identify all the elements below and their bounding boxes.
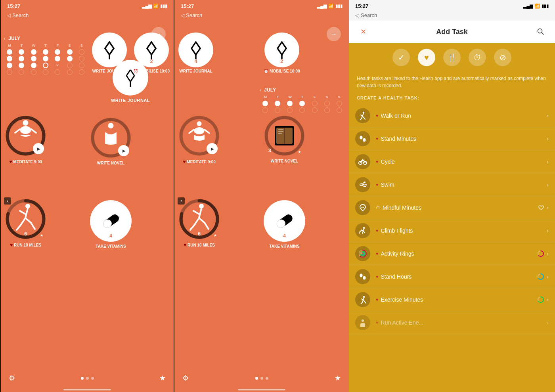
partial-icon-wrap	[355, 315, 370, 330]
exercise-min-chevron: ›	[547, 296, 549, 303]
dot-indicators-2	[255, 377, 268, 380]
search-bar-1[interactable]: ◁ Search	[1, 11, 174, 21]
right-back-chevron: ◁	[355, 12, 359, 18]
exercise-icon	[358, 295, 367, 304]
svg-line-111	[361, 302, 362, 304]
play-btn-novel-1[interactable]: ▶	[118, 145, 129, 156]
favorite-icon-1[interactable]: ★	[159, 374, 166, 382]
health-item-exercise-min[interactable]: ♥ Exercise Minutes ›	[349, 288, 555, 311]
novel-star-2: ★	[298, 150, 301, 154]
task-vitamins-2[interactable]: 4 ★ TAKE VITAMINS	[264, 200, 305, 249]
play-btn-meditate-2[interactable]: ▶	[207, 143, 218, 154]
task-vitamins-1[interactable]: 4 ★ TAKE VITAMINS	[90, 200, 132, 249]
settings-icon-1[interactable]: ⚙	[9, 374, 15, 382]
svg-line-3	[130, 76, 134, 82]
health-item-climb[interactable]: ♥ Climb Flights ›	[349, 219, 555, 242]
run-badge-1: 7	[4, 197, 11, 205]
calendar-widget-2: ‹ JULY M T W T F S S	[260, 87, 345, 113]
task-novel-2[interactable]: 3 ★ WRITE NOVEL	[264, 115, 305, 163]
cal-month-2: JULY	[264, 87, 276, 93]
cat-tab-health[interactable]: ♥	[418, 49, 435, 66]
climb-right: ›	[547, 228, 549, 234]
mobilise-svg-1	[143, 40, 160, 59]
play-btn-meditate-1[interactable]: ▶	[33, 143, 44, 154]
svg-line-93	[363, 231, 365, 233]
task-wj-1[interactable]: WRITE JOURNAL	[92, 33, 127, 73]
swim-right: ›	[547, 182, 549, 188]
svg-line-11	[151, 42, 156, 48]
task-wj-2[interactable]: 4 WRITE JOURNAL	[178, 33, 213, 73]
run-num-2: 6	[198, 231, 201, 237]
status-icons-1: ▂▄▆ 📶 ▮▮▮	[142, 4, 167, 9]
exercise-mini-ring	[537, 296, 544, 303]
svg-point-18	[23, 120, 29, 126]
mindful-icon	[358, 203, 367, 212]
task-novel-1[interactable]: ▶ WRITE NOVEL	[90, 117, 132, 165]
health-item-swim[interactable]: ♥ Swim ›	[349, 173, 555, 196]
wj-label-1: WRITE JOURNAL	[92, 69, 126, 73]
vitamins-label-1: TAKE VITAMINS	[96, 244, 126, 249]
health-item-mindful[interactable]: ⏱ Mindful Minutes ›	[349, 196, 555, 219]
svg-point-51	[194, 127, 205, 134]
partial-right: ›	[547, 319, 549, 326]
health-task-list: ♥ Walk or Run › ♥ Stand Minutes ›	[349, 104, 555, 392]
nav-arrow-2[interactable]: →	[327, 27, 341, 41]
right-search-bar[interactable]: ◁ Search	[349, 11, 555, 21]
search-label-1: Search	[12, 12, 29, 18]
health-item-activity-rings[interactable]: ♥ Activity Rings ›	[349, 242, 555, 265]
bottom-bar-2: ⚙ ★	[174, 368, 349, 392]
task-mobilise-2[interactable]: 2 ⏰ MOBILISE 10:00	[264, 33, 300, 73]
task-run-1[interactable]: 7 6 ★ ♥ RUN 10 MILES	[5, 198, 46, 248]
right-search-label: Search	[361, 12, 377, 18]
battery-icon-2: ▮▮▮	[335, 4, 343, 9]
run-label-1: ♥ RUN 10 MILES	[10, 242, 41, 248]
favorite-icon-2[interactable]: ★	[335, 374, 341, 382]
wifi-icon-2: 📶	[328, 4, 334, 9]
svg-line-46	[282, 48, 286, 55]
svg-line-75	[542, 33, 544, 34]
svg-line-6	[109, 42, 114, 48]
svg-line-2	[126, 76, 130, 82]
header-search-button[interactable]	[534, 25, 547, 38]
search-icon	[537, 28, 544, 35]
task-mobilise-abs-1[interactable]: 2 ⏰ MOBILISE 10:00	[133, 33, 170, 73]
health-item-walk-run[interactable]: ♥ Walk or Run ›	[349, 104, 555, 127]
svg-line-12	[147, 48, 151, 55]
right-status-icons: ▂▄▆ 📶 ▮▮▮	[523, 4, 549, 9]
signal-icon: ▂▄▆	[142, 4, 151, 9]
stand-hours-icon-wrap	[355, 269, 370, 284]
health-item-stand-hours[interactable]: ♥ Stand Hours ›	[349, 265, 555, 288]
time-1: 15:27	[7, 3, 20, 9]
mindful-name: Mindful Minutes	[383, 205, 421, 211]
stand-hours-chevron: ›	[547, 273, 549, 280]
health-item-stand-minutes[interactable]: ♥ Stand Minutes ›	[349, 127, 555, 150]
settings-icon-2[interactable]: ⚙	[182, 374, 189, 382]
swim-content: ♥ Swim	[376, 182, 541, 188]
mobilise-label-2: ⏰ MOBILISE 10:00	[264, 69, 300, 73]
svg-line-38	[191, 42, 196, 48]
cat-tab-time[interactable]: ⏱	[469, 49, 486, 66]
task-meditate-1[interactable]: ▶ ♥ MEDITATE 9:00	[5, 115, 46, 164]
walk-run-name: Walk or Run	[381, 113, 411, 119]
svg-line-82	[364, 118, 365, 119]
cat-tab-food[interactable]: 🍴	[443, 49, 461, 66]
phone-panel-1: 15:27 ▂▄▆ 📶 ▮▮▮ ◁ Search → ‹ JULY M T W …	[0, 0, 174, 392]
cat-tab-check[interactable]: ✓	[392, 49, 410, 66]
category-tabs: ✓ ♥ 🍴 ⏱ ⊘	[349, 43, 555, 72]
health-item-cycle[interactable]: ♥ Cycle ›	[349, 150, 555, 173]
vit-star-2: ★	[299, 235, 302, 239]
cal-prev-2[interactable]: ‹	[260, 88, 261, 92]
exercise-min-icon-wrap	[355, 292, 370, 307]
exercise-min-name: Exercise Minutes	[381, 296, 423, 303]
svg-line-41	[196, 48, 200, 55]
task-meditate-2[interactable]: ▶ ♥ MEDITATE 9:00	[178, 115, 220, 164]
walk-run-heart: ♥	[376, 113, 379, 118]
close-button[interactable]: ✕	[357, 25, 369, 38]
create-health-label: CREATE A HEALTH TASK:	[349, 94, 555, 104]
activity-rings-icon-wrap	[355, 246, 370, 261]
activity-rings-content: ♥ Activity Rings	[376, 250, 532, 257]
search-bar-2[interactable]: ◁ Search	[174, 11, 349, 21]
task-run-2[interactable]: 7 6 ★ ♥ RUN 10 MILES	[178, 198, 220, 248]
cat-tab-block[interactable]: ⊘	[494, 49, 511, 66]
health-item-partial[interactable]: ♥ Run Active Ene... ›	[349, 311, 555, 334]
